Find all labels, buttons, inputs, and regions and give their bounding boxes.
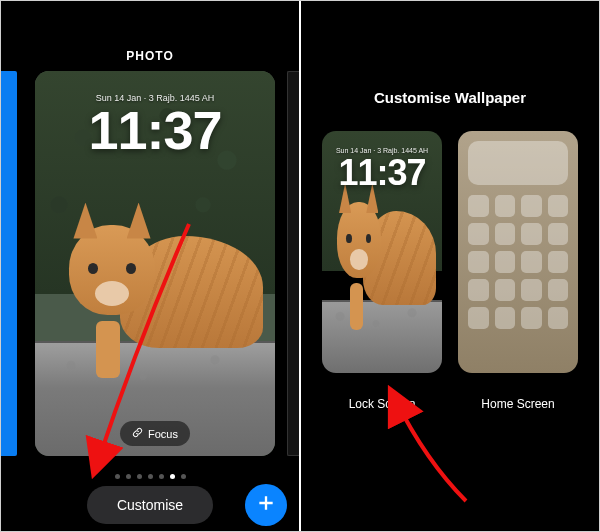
prev-wallpaper-edge[interactable]	[1, 71, 17, 456]
home-icon-placeholder	[548, 195, 569, 217]
plus-icon	[256, 493, 276, 517]
home-icon-placeholder	[548, 223, 569, 245]
page-dot	[115, 474, 120, 479]
home-icon-placeholder	[495, 223, 516, 245]
home-icon-placeholder	[521, 279, 542, 301]
gallery-category-title: PHOTO	[1, 49, 299, 63]
home-icon-placeholder	[521, 307, 542, 329]
home-icon-placeholder	[468, 279, 489, 301]
wallpaper-gallery-panel: PHOTO	[1, 1, 299, 531]
home-icon-placeholder	[548, 279, 569, 301]
home-icon-placeholder	[495, 307, 516, 329]
customise-button[interactable]: Customise	[87, 486, 213, 524]
home-icon-placeholder	[468, 251, 489, 273]
home-icon-placeholder	[495, 251, 516, 273]
home-screen-label: Home Screen	[458, 397, 578, 411]
home-icon-placeholder	[468, 307, 489, 329]
home-icon-grid	[468, 195, 568, 361]
page-dot	[137, 474, 142, 479]
wallpaper-card-stack[interactable]: Sun 14 Jan · 3 Rajb. 1445 AH 11:37 Focus	[1, 71, 299, 456]
wallpaper-preview-main[interactable]: Sun 14 Jan · 3 Rajb. 1445 AH 11:37 Focus	[35, 71, 275, 456]
page-dot	[181, 474, 186, 479]
lock-screen-time: 11:37	[322, 155, 442, 191]
customise-wallpaper-panel: Customise Wallpaper	[301, 1, 599, 531]
page-dot	[126, 474, 131, 479]
home-screen-thumbnail[interactable]	[458, 131, 578, 373]
lock-screen-time: 11:37	[35, 103, 275, 157]
home-widget-placeholder	[468, 141, 568, 185]
home-icon-placeholder	[468, 223, 489, 245]
lock-screen-thumbnail[interactable]: Sun 14 Jan · 3 Rajb. 1445 AH 11:37	[322, 131, 442, 373]
focus-label: Focus	[148, 428, 178, 440]
home-icon-placeholder	[495, 279, 516, 301]
home-icon-placeholder	[495, 195, 516, 217]
page-dot	[148, 474, 153, 479]
focus-button[interactable]: Focus	[120, 421, 190, 446]
home-icon-placeholder	[468, 195, 489, 217]
home-icon-placeholder	[548, 307, 569, 329]
lock-screen-label: Lock Screen	[322, 397, 442, 411]
add-wallpaper-button[interactable]	[245, 484, 287, 526]
home-icon-placeholder	[548, 251, 569, 273]
page-indicator	[1, 474, 299, 479]
next-wallpaper-edge[interactable]	[287, 71, 299, 456]
link-icon	[132, 427, 143, 440]
home-icon-placeholder	[521, 195, 542, 217]
home-icon-placeholder	[521, 223, 542, 245]
home-icon-placeholder	[521, 251, 542, 273]
page-dot	[159, 474, 164, 479]
page-dot	[170, 474, 175, 479]
page-title: Customise Wallpaper	[301, 89, 599, 106]
